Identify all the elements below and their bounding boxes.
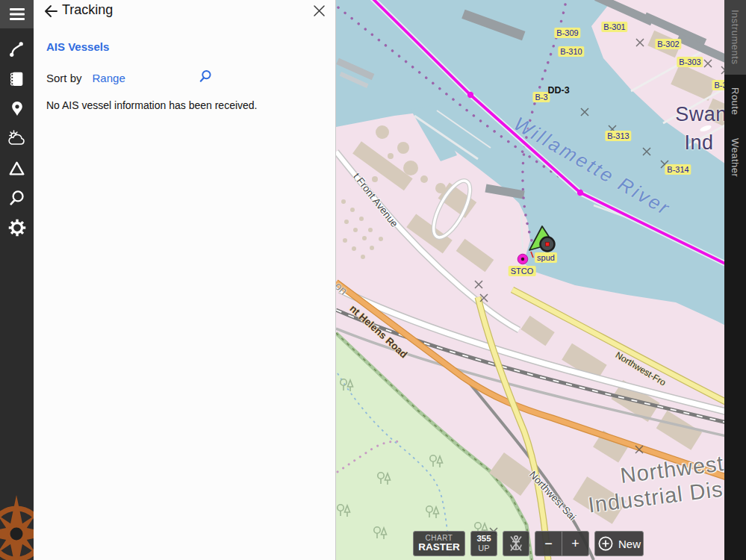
zoom-in-button[interactable]: + [562,532,588,556]
heading-mode: UP [478,544,489,553]
new-object-button[interactable]: New [594,531,644,556]
sidebar-item-logbook[interactable] [0,63,34,93]
sort-range-link[interactable]: Range [93,72,125,84]
heading-value: 355 [476,534,491,544]
search-icon [7,189,26,208]
map-toolbar: CHART RASTER 355 UP − + New [413,531,644,556]
sidebar-item-search[interactable] [0,183,34,213]
circle-plus-icon [597,535,614,552]
app-logo-compass [0,493,34,560]
zoom-out-button[interactable]: − [535,532,562,556]
sidebar-item-route[interactable] [0,34,34,63]
close-icon [312,4,326,18]
right-tab-bar: Instruments Route Weather [724,0,746,560]
marker-pin-icon [8,99,26,118]
back-arrow-icon [43,3,59,19]
spud-marker-center [546,243,550,246]
empty-state-message: No AIS vessel information has been recei… [46,99,335,111]
route-vertex[interactable] [467,92,473,98]
anchor-alarm-button[interactable] [503,531,529,556]
chart-type-button[interactable]: CHART RASTER [413,531,465,556]
stco-marker-center [521,258,524,261]
tracking-panel: Tracking AIS Vessels Sort by Range No AI… [34,0,336,560]
hamburger-icon [8,6,26,22]
sidebar-item-markers[interactable] [0,93,34,123]
close-button[interactable] [312,4,326,21]
logbook-icon [7,69,26,88]
sidebar-item-weather[interactable] [0,123,34,153]
back-button[interactable] [43,3,59,22]
tab-instruments[interactable]: Instruments [724,0,746,75]
sidebar-item-ais[interactable] [0,153,34,183]
gear-icon [7,218,27,237]
triangle-icon [7,159,26,178]
sidebar-item-settings[interactable] [0,213,34,243]
chart-type-value: RASTER [418,542,460,553]
vessel-search-button[interactable] [197,69,213,87]
page-title: Tracking [62,2,113,18]
heading-up-button[interactable]: 355 UP [470,531,497,556]
tab-weather[interactable]: Weather [724,126,746,189]
route-vertex[interactable] [577,190,583,196]
sidebar [0,0,34,560]
menu-button[interactable] [0,0,34,28]
search-icon [197,69,213,84]
new-button-label: New [618,538,641,550]
zoom-controls: − + [535,531,589,556]
ais-vessels-heading: AIS Vessels [46,40,335,53]
panel-header: Tracking [34,0,335,25]
route-icon [7,40,26,58]
chart-map[interactable]: B-309B-301B-310B-302B-303B-3B-3B-313B-31… [336,0,746,560]
tab-route[interactable]: Route [724,77,746,126]
sort-by-label: Sort by [46,72,82,84]
weather-icon [7,129,27,147]
anchor-off-icon [507,534,525,553]
